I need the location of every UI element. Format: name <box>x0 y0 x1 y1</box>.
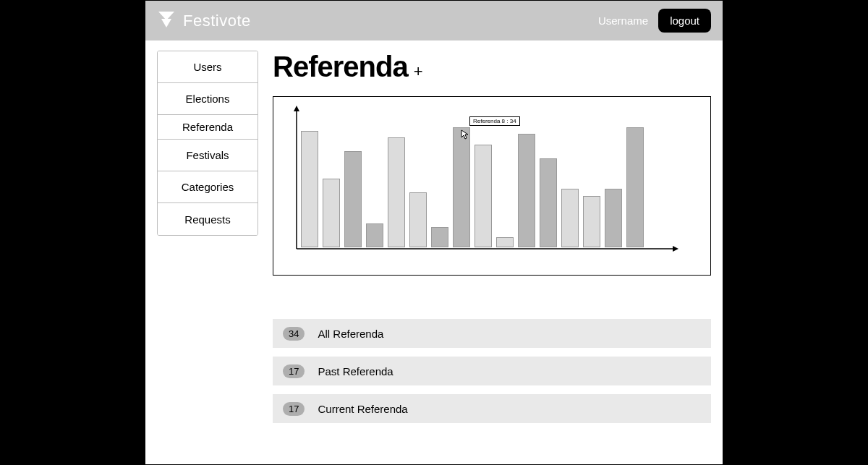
brand: Festivote <box>157 10 251 32</box>
sidebar-item-categories[interactable]: Categories <box>158 171 258 203</box>
chart-bar[interactable]: Referenda 8 : 34 <box>453 127 470 247</box>
sidebar-item-festivals[interactable]: Festivals <box>158 140 258 171</box>
count-badge: 17 <box>283 364 305 378</box>
add-referendum-button[interactable]: + <box>414 62 423 81</box>
chart-bar[interactable] <box>409 192 427 247</box>
main-content: Referenda + Referenda 8 : 34 34 All Refe… <box>273 51 711 423</box>
sidebar-item-requests[interactable]: Requests <box>158 203 258 235</box>
sidebar-item-elections[interactable]: Elections <box>158 83 258 115</box>
logout-button[interactable]: logout <box>658 9 711 33</box>
chart-bar[interactable] <box>540 158 557 248</box>
count-badge: 17 <box>283 402 305 416</box>
chart-bar[interactable] <box>583 196 600 247</box>
sidebar-item-label: Requests <box>184 213 230 226</box>
chart-bar[interactable] <box>301 131 318 248</box>
logo-icon <box>157 10 176 32</box>
app-window: Festivote Username logout Users Election… <box>145 0 723 465</box>
page-title: Referenda <box>273 51 408 83</box>
chart-bars: Referenda 8 : 34 <box>297 110 681 247</box>
sidebar-item-label: Elections <box>186 93 230 105</box>
chart: Referenda 8 : 34 <box>273 96 711 276</box>
summary-label: Past Referenda <box>318 365 393 377</box>
chart-bar[interactable] <box>496 237 514 247</box>
svg-marker-1 <box>161 19 171 27</box>
chart-bar[interactable] <box>344 151 362 247</box>
cursor-icon <box>461 129 469 142</box>
summary-row-all[interactable]: 34 All Referenda <box>273 319 711 348</box>
chart-bar[interactable] <box>561 189 579 247</box>
chart-bar[interactable] <box>475 145 492 248</box>
sidebar-item-label: Referenda <box>182 121 233 133</box>
summary-row-current[interactable]: 17 Current Referenda <box>273 394 711 423</box>
chart-bar[interactable] <box>518 134 535 247</box>
chart-bar[interactable] <box>626 127 644 247</box>
sidebar-item-referenda[interactable]: Referenda <box>158 115 258 140</box>
summary-row-past[interactable]: 17 Past Referenda <box>273 357 711 385</box>
brand-name: Festivote <box>183 12 251 30</box>
sidebar-item-users[interactable]: Users <box>158 51 258 83</box>
sidebar-item-label: Festivals <box>186 149 229 161</box>
sidebar-item-label: Categories <box>182 181 234 193</box>
summary-label: Current Referenda <box>318 403 407 415</box>
chart-bar[interactable] <box>366 223 383 247</box>
header: Festivote Username logout <box>145 1 723 40</box>
summary-label: All Referenda <box>318 328 383 340</box>
chart-bar[interactable] <box>605 189 622 247</box>
chart-bar[interactable] <box>323 179 340 247</box>
sidebar-item-label: Users <box>193 61 221 73</box>
chart-tooltip: Referenda 8 : 34 <box>469 116 520 126</box>
username-label[interactable]: Username <box>598 14 648 27</box>
summary-list: 34 All Referenda 17 Past Referenda 17 Cu… <box>273 319 711 423</box>
chart-bar[interactable] <box>388 137 405 247</box>
chart-bar[interactable] <box>431 227 448 248</box>
sidebar: Users Elections Referenda Festivals Cate… <box>157 51 258 236</box>
count-badge: 34 <box>283 327 305 341</box>
